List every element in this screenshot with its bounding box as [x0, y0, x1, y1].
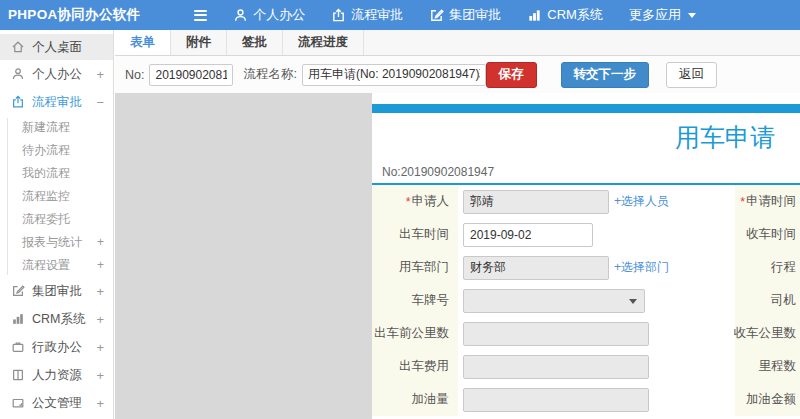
- expand-icon[interactable]: +: [97, 231, 104, 254]
- sidebar: 个人桌面 个人办公 + 流程审批 − 新建流程 待办流程 我的流程 流程监控 流…: [0, 30, 114, 419]
- navbar-item-crm[interactable]: CRM系统: [527, 6, 603, 24]
- person-icon: [11, 67, 25, 81]
- sidebar-item-document-management[interactable]: 公文管理 +: [0, 389, 113, 417]
- required-mark: *: [406, 195, 411, 209]
- form-sheet: 用车申请 No:20190902081947 * 申请人 +选择人员 *: [372, 93, 800, 419]
- save-button[interactable]: 保存: [486, 62, 537, 88]
- field-label-text: 里程数: [759, 358, 797, 375]
- sidebar-item-crm[interactable]: CRM系统 +: [0, 305, 113, 333]
- depart-time-label: 出车时间: [372, 218, 458, 251]
- sidebar-item-group-approval[interactable]: 集团审批 +: [0, 277, 113, 305]
- tab-flow-progress[interactable]: 流程进度: [283, 30, 364, 55]
- expand-icon[interactable]: +: [96, 67, 104, 82]
- select-person-link[interactable]: +选择人员: [614, 193, 669, 210]
- field-label-text: 车牌号: [412, 292, 450, 309]
- fuel-amount-field-cell: [458, 383, 735, 416]
- applicant-field-cell: +选择人员: [458, 185, 735, 218]
- navbar-item-personal-office[interactable]: 个人办公: [233, 6, 305, 24]
- sidebar-item-desktop[interactable]: 个人桌面: [0, 34, 113, 60]
- sidebar-item-label: 报表与统计: [22, 235, 82, 249]
- sidebar-item-label: CRM系统: [32, 311, 85, 328]
- navbar-item-label: 集团审批: [449, 6, 501, 24]
- tab-form[interactable]: 表单: [115, 30, 171, 55]
- no-label: No:: [125, 68, 144, 82]
- sidebar-item-admin-office[interactable]: 行政办公 +: [0, 333, 113, 361]
- content-backdrop: 用车申请 No:20190902081947 * 申请人 +选择人员 *: [115, 93, 800, 419]
- field-label-text: 收车公里数: [734, 325, 797, 342]
- edit-icon: [11, 284, 25, 298]
- bar-chart-icon: [527, 8, 542, 23]
- sidebar-item-label: 个人办公: [32, 66, 82, 83]
- km-before-field-cell: [458, 317, 735, 350]
- expand-icon[interactable]: +: [96, 284, 104, 299]
- sidebar-item-label: 公文管理: [32, 395, 82, 412]
- share-icon: [11, 95, 25, 109]
- sidebar-subitem-flow-delegate[interactable]: 流程委托: [0, 208, 113, 231]
- sidebar-item-workflow-approval[interactable]: 流程审批 −: [0, 88, 113, 116]
- collapse-icon[interactable]: −: [96, 95, 104, 110]
- expand-icon[interactable]: +: [96, 340, 104, 355]
- sidebar-subitem-reports[interactable]: 报表与统计 +: [0, 231, 113, 254]
- sidebar-item-label: 流程审批: [32, 94, 82, 111]
- fuel-amount-label: 加油量: [372, 383, 458, 416]
- share-icon: [331, 8, 346, 23]
- sheet-top-strip: [372, 104, 800, 113]
- trip-cost-field-cell: [458, 350, 735, 383]
- tab-attachments[interactable]: 附件: [171, 30, 227, 55]
- caret-down-icon: [629, 299, 637, 304]
- expand-icon[interactable]: +: [96, 312, 104, 327]
- depart-time-field-cell: [458, 218, 735, 251]
- field-label-text: 出车前公里数: [374, 325, 449, 342]
- field-label-text: 加油量: [412, 391, 450, 408]
- expand-icon[interactable]: +: [96, 396, 104, 411]
- toolbar: No: 流程名称: 保存 转交下一步 返回: [115, 56, 800, 94]
- depart-time-input[interactable]: [463, 223, 593, 247]
- driver-label: 司机: [735, 284, 800, 317]
- sidebar-subitem-todo-flow[interactable]: 待办流程: [0, 139, 113, 162]
- book-icon: [11, 368, 25, 382]
- apply-time-label: * 申请时间: [735, 185, 800, 218]
- plate-number-label: 车牌号: [372, 284, 458, 317]
- sidebar-item-label: 人力资源: [32, 367, 82, 384]
- select-department-link[interactable]: +选择部门: [614, 259, 669, 276]
- flow-no-input[interactable]: [149, 64, 233, 86]
- tab-sign-approve[interactable]: 签批: [227, 30, 283, 55]
- edit-icon: [429, 8, 444, 23]
- sidebar-item-hr[interactable]: 人力资源 +: [0, 361, 113, 389]
- field-label-text: 出车时间: [399, 226, 449, 243]
- sidebar-subitem-my-flow[interactable]: 我的流程: [0, 162, 113, 185]
- briefcase-icon: [11, 340, 25, 354]
- navbar-item-more-apps[interactable]: 更多应用: [629, 6, 696, 24]
- plate-number-field-cell: [458, 284, 735, 317]
- person-icon: [233, 8, 248, 23]
- document-icon: [11, 396, 25, 410]
- form-no-text: No:20190902081947: [372, 157, 800, 183]
- navbar-item-workflow-approval[interactable]: 流程审批: [331, 6, 403, 24]
- flow-name-input[interactable]: [302, 64, 486, 86]
- expand-icon[interactable]: +: [96, 368, 104, 383]
- sidebar-subitem-flow-settings[interactable]: 流程设置 +: [0, 254, 113, 277]
- forward-next-step-button[interactable]: 转交下一步: [561, 62, 650, 88]
- sidebar-item-label: 行政办公: [32, 339, 82, 356]
- field-label-text: 申请时间: [746, 193, 796, 210]
- plate-number-select[interactable]: [463, 289, 645, 313]
- required-mark: *: [740, 195, 745, 209]
- back-button[interactable]: 返回: [666, 62, 717, 88]
- form-table: * 申请人 +选择人员 * 申请时间 出车时: [372, 185, 800, 416]
- field-label-text: 申请人: [412, 193, 450, 210]
- main-area: 表单 附件 签批 流程进度 No: 流程名称: 保存 转交下一步 返回 用车申请…: [115, 30, 800, 419]
- sidebar-subitem-flow-monitor[interactable]: 流程监控: [0, 185, 113, 208]
- sidebar-subitem-new-flow[interactable]: 新建流程: [0, 116, 113, 139]
- trip-cost-input: [463, 355, 649, 379]
- expand-icon[interactable]: +: [97, 254, 104, 277]
- hamburger-menu-icon[interactable]: [190, 6, 211, 25]
- department-label: 用车部门: [372, 251, 458, 284]
- department-field-cell: +选择部门: [458, 251, 735, 284]
- field-label-text: 司机: [771, 292, 796, 309]
- field-label-text: 收车时间: [746, 226, 796, 243]
- navbar-menu: 个人办公 流程审批 集团审批 CRM系统 更多应用: [233, 6, 722, 24]
- mileage-label: 里程数: [735, 350, 800, 383]
- app-logo: PHPOA协同办公软件: [8, 6, 140, 24]
- navbar-item-group-approval[interactable]: 集团审批: [429, 6, 501, 24]
- sidebar-item-personal-office[interactable]: 个人办公 +: [0, 60, 113, 88]
